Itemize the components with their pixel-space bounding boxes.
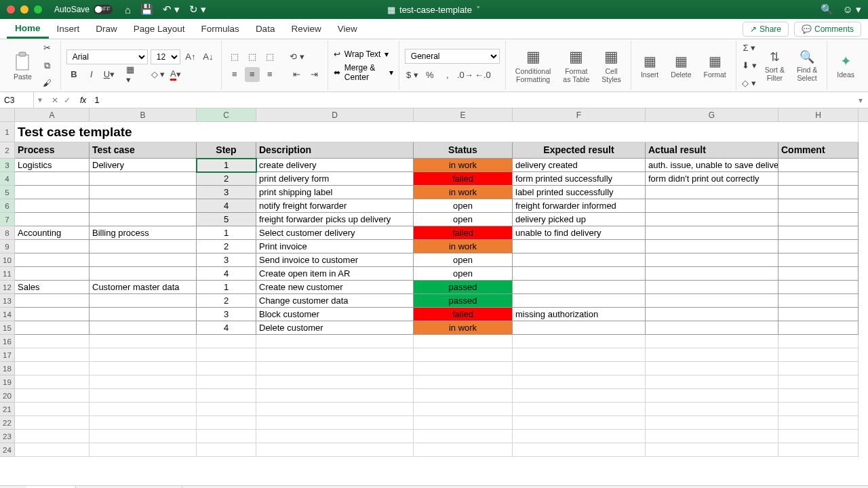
empty-cell[interactable] <box>513 362 646 375</box>
row-header[interactable]: 17 <box>0 348 15 362</box>
cell-comment[interactable] <box>778 213 859 226</box>
header-cell[interactable]: Step <box>197 142 256 159</box>
cell-actual[interactable] <box>646 308 778 321</box>
fx-icon[interactable]: fx <box>76 96 90 105</box>
cell-actual[interactable] <box>646 253 778 267</box>
cell-process[interactable]: Accounting <box>15 226 90 240</box>
empty-cell[interactable] <box>778 348 859 362</box>
comma-icon[interactable]: , <box>440 68 455 83</box>
cell-step[interactable]: 2 <box>197 294 256 308</box>
cell-status[interactable]: open <box>414 267 513 281</box>
cell-description[interactable]: Change customer data <box>256 294 414 308</box>
empty-cell[interactable] <box>646 416 778 430</box>
tab-home[interactable]: Home <box>7 19 49 39</box>
cell-process[interactable] <box>15 172 90 186</box>
cell-process[interactable] <box>15 267 90 281</box>
header-cell[interactable]: Actual result <box>646 142 778 159</box>
header-cell[interactable]: Description <box>256 142 414 159</box>
empty-cell[interactable] <box>15 348 90 362</box>
currency-icon[interactable]: $ ▾ <box>405 68 420 83</box>
row-header[interactable]: 2 <box>0 142 15 159</box>
cell-step[interactable]: 4 <box>197 199 256 213</box>
cell-status[interactable]: in work <box>414 186 513 199</box>
tab-formulas[interactable]: Formulas <box>193 19 248 39</box>
delete-cells-button[interactable]: ▦Delete <box>667 50 695 81</box>
increase-indent-icon[interactable]: ⇥ <box>307 67 322 82</box>
empty-cell[interactable] <box>256 362 414 375</box>
cell-testcase[interactable] <box>90 213 197 226</box>
column-header-C[interactable]: C <box>197 108 256 121</box>
cell-description[interactable]: Create open item in AR <box>256 267 414 281</box>
tab-review[interactable]: Review <box>283 19 329 39</box>
cell-step[interactable]: 2 <box>197 240 256 253</box>
empty-cell[interactable] <box>646 403 778 416</box>
empty-cell[interactable] <box>513 335 646 348</box>
underline-icon[interactable]: U ▾ <box>102 67 117 82</box>
cell-description[interactable]: Print invoice <box>256 240 414 253</box>
empty-cell[interactable] <box>513 443 646 457</box>
empty-cell[interactable] <box>256 430 414 443</box>
empty-cell[interactable] <box>90 362 197 375</box>
cell-process[interactable] <box>15 253 90 267</box>
cell-process[interactable] <box>15 294 90 308</box>
cell-description[interactable]: Select customer delivery <box>256 226 414 240</box>
cell-process[interactable]: Sales <box>15 281 90 294</box>
cell-comment[interactable] <box>778 281 859 294</box>
empty-cell[interactable] <box>197 416 256 430</box>
cell-comment[interactable] <box>778 226 859 240</box>
row-header[interactable]: 8 <box>0 226 15 240</box>
empty-cell[interactable] <box>90 443 197 457</box>
document-title[interactable]: ▦ test-case-template ˅ <box>387 5 481 15</box>
empty-cell[interactable] <box>414 403 513 416</box>
column-header-F[interactable]: F <box>513 108 646 121</box>
title-cell[interactable]: Test case template <box>15 122 859 142</box>
header-cell[interactable]: Process <box>15 142 90 159</box>
empty-cell[interactable] <box>90 375 197 389</box>
empty-cell[interactable] <box>197 430 256 443</box>
save-icon[interactable]: 💾 <box>140 3 153 16</box>
cut-icon[interactable]: ✂ <box>40 41 55 56</box>
home-icon[interactable]: ⌂ <box>125 4 131 16</box>
ideas-button[interactable]: ✦Ideas <box>833 50 859 81</box>
empty-cell[interactable] <box>256 416 414 430</box>
row-header[interactable]: 3 <box>0 159 15 172</box>
align-left-icon[interactable]: ≡ <box>227 67 242 82</box>
row-header[interactable]: 21 <box>0 403 15 416</box>
empty-cell[interactable] <box>778 335 859 348</box>
header-cell[interactable]: Test case <box>90 142 197 159</box>
redo-icon[interactable]: ↻ ▾ <box>189 3 206 16</box>
cell-status[interactable]: open <box>414 199 513 213</box>
empty-cell[interactable] <box>778 362 859 375</box>
cell-testcase[interactable]: Customer master data <box>90 281 197 294</box>
empty-cell[interactable] <box>256 443 414 457</box>
cell-testcase[interactable] <box>90 253 197 267</box>
empty-cell[interactable] <box>414 335 513 348</box>
column-header-B[interactable]: B <box>90 108 197 121</box>
align-middle-icon[interactable]: ⬚ <box>245 49 260 64</box>
cell-actual[interactable] <box>646 281 778 294</box>
cell-description[interactable]: Create new customer <box>256 281 414 294</box>
fill-color-icon[interactable]: ◇ ▾ <box>151 67 165 82</box>
empty-cell[interactable] <box>513 416 646 430</box>
cell-comment[interactable] <box>778 253 859 267</box>
minimize-window[interactable] <box>20 5 28 14</box>
decrease-font-icon[interactable]: A↓ <box>201 49 216 64</box>
font-color-icon[interactable]: A ▾ <box>168 67 183 82</box>
empty-cell[interactable] <box>778 403 859 416</box>
cell-actual[interactable] <box>646 199 778 213</box>
empty-cell[interactable] <box>15 362 90 375</box>
row-header[interactable]: 4 <box>0 172 15 186</box>
cell-description[interactable]: create delivery <box>256 159 414 172</box>
cell-process[interactable] <box>15 321 90 335</box>
cell-expected[interactable] <box>513 294 646 308</box>
empty-cell[interactable] <box>256 403 414 416</box>
cell-comment[interactable] <box>778 294 859 308</box>
empty-cell[interactable] <box>646 348 778 362</box>
cell-testcase[interactable] <box>90 321 197 335</box>
cell-step[interactable]: 1 <box>197 226 256 240</box>
autosave-toggle[interactable]: AutoSave OFF <box>54 5 113 14</box>
column-header-H[interactable]: H <box>778 108 859 121</box>
empty-cell[interactable] <box>414 443 513 457</box>
cell-status[interactable]: failed <box>414 308 513 321</box>
empty-cell[interactable] <box>90 416 197 430</box>
